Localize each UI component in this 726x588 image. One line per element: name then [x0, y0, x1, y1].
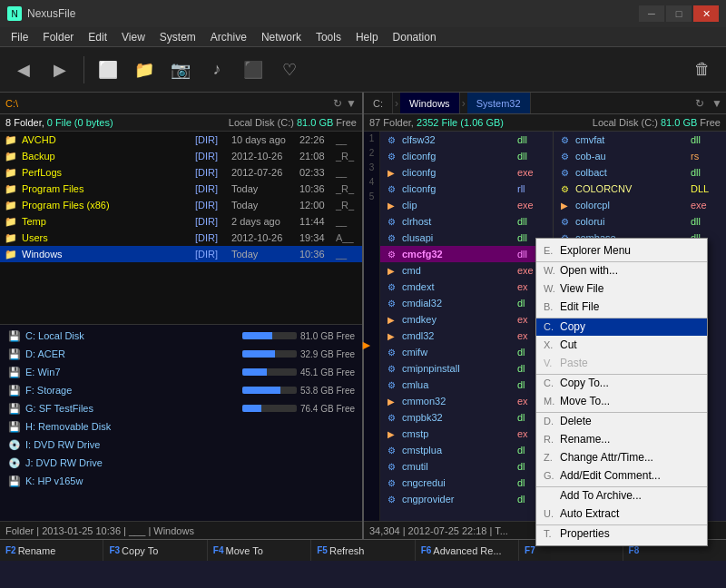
ctx-rename[interactable]: R. Rename... — [536, 430, 707, 448]
breadcrumb-system32[interactable]: System32 — [467, 93, 531, 113]
file-cmcfg32[interactable]: ⚙ cmcfg32 dll — [380, 246, 553, 262]
file-cmvfat[interactable]: ⚙ cmvfat dll — [554, 132, 726, 148]
left-addr-bar[interactable]: C:\ ↻ ▼ — [0, 93, 362, 114]
file-cmdext[interactable]: ⚙ cmdext ex — [380, 279, 553, 295]
ctx-paste[interactable]: V. Paste — [536, 354, 707, 372]
music-button[interactable]: ♪ — [201, 54, 233, 86]
menu-system[interactable]: System — [152, 29, 203, 45]
file-row-programfiles86[interactable]: 📁 Program Files (x86) [DIR] Today 12:00 … — [0, 197, 362, 213]
file-row-perflogs[interactable]: 📁 PerfLogs [DIR] 2012-07-26 02:33 __ — [0, 164, 362, 181]
dropdown-icon[interactable]: ▼ — [346, 97, 357, 110]
file-colorcpl[interactable]: ▶ colorcpl exe — [554, 197, 726, 213]
file-cmdkey[interactable]: ▶ cmdkey ex — [380, 311, 553, 328]
refresh-icon[interactable]: ↻ — [333, 97, 342, 110]
minimize-button[interactable]: ─ — [639, 5, 664, 22]
f2-rename[interactable]: F2 Rename — [0, 540, 103, 561]
drive-h[interactable]: 💾 H: Removable Disk — [0, 417, 362, 436]
forward-button[interactable]: ▶ — [44, 54, 76, 86]
close-button[interactable]: ✕ — [693, 5, 719, 22]
file-row-backup[interactable]: 📁 Backup [DIR] 2012-10-26 21:08 _R_ — [0, 148, 362, 164]
menu-file[interactable]: File — [4, 29, 35, 45]
file-cliconfg-exe[interactable]: ▶ cliconfg exe — [380, 164, 553, 181]
ctx-add-archive[interactable]: Add To Archive... — [536, 486, 707, 505]
file-cmstp[interactable]: ▶ cmstp ex — [380, 426, 553, 442]
f4-move-to[interactable]: F4 Move To — [208, 540, 311, 561]
ctx-properties[interactable]: T. Properties — [536, 524, 707, 543]
file-cmdial32[interactable]: ⚙ cmdial32 dl — [380, 295, 553, 311]
trash-button[interactable]: 🗑 — [686, 54, 719, 86]
breadcrumb-windows[interactable]: Windows — [400, 93, 460, 113]
view-button[interactable]: ⬜ — [92, 54, 124, 86]
back-button[interactable]: ◀ — [7, 54, 40, 86]
file-clrhost[interactable]: ⚙ clrhost dll — [380, 213, 553, 230]
drive-e[interactable]: 💾 E: Win7 45.1 GB Free — [0, 363, 362, 381]
right-refresh-icon[interactable]: ↻ — [692, 97, 708, 110]
file-cliconfg-rll[interactable]: ⚙ cliconfg rll — [380, 181, 553, 197]
ctx-cut[interactable]: X. Cut — [536, 336, 707, 354]
ctx-view-file[interactable]: W. View File — [536, 279, 707, 298]
menu-view[interactable]: View — [114, 29, 152, 45]
file-clfsw32[interactable]: ⚙ clfsw32 dll — [380, 132, 553, 148]
file-cmdl32[interactable]: ▶ cmdl32 ex — [380, 328, 553, 344]
breadcrumb-c[interactable]: C: — [364, 93, 393, 113]
file-icon: ⚙ — [557, 181, 572, 196]
menu-donation[interactable]: Donation — [386, 29, 444, 45]
file-cngcredui[interactable]: ⚙ cngcredui dl — [380, 475, 553, 491]
file-row-users[interactable]: 📁 Users [DIR] 2012-10-26 19:34 A__ — [0, 230, 362, 246]
file-row-programfiles[interactable]: 📁 Program Files [DIR] Today 10:36 _R_ — [0, 181, 362, 197]
file-cmmon32[interactable]: ▶ cmmon32 ex — [380, 393, 553, 409]
menu-folder[interactable]: Folder — [35, 29, 81, 45]
file-cmutil[interactable]: ⚙ cmutil dl — [380, 458, 553, 475]
file-cob-au[interactable]: ⚙ cob-au rs — [554, 148, 726, 164]
menu-edit[interactable]: Edit — [81, 29, 114, 45]
drive-d[interactable]: 💾 D: ACER 32.9 GB Free — [0, 345, 362, 363]
file-colorui[interactable]: ⚙ colorui dll — [554, 213, 726, 230]
f6-advanced[interactable]: F6 Advanced Re... — [416, 540, 519, 561]
right-folder-count: 87 Folder, 2352 File (1.06 GB) — [369, 117, 504, 128]
menu-archive[interactable]: Archive — [203, 29, 254, 45]
file-cmifw[interactable]: ⚙ cmifw dl — [380, 344, 553, 360]
file-colorcnv[interactable]: ⚙ COLORCNV DLL — [554, 181, 726, 197]
f5-refresh[interactable]: F5 Refresh — [311, 540, 415, 561]
f3-copy-to[interactable]: F3 Copy To — [103, 540, 207, 561]
file-cmipnpinstall[interactable]: ⚙ cmipnpinstall dl — [380, 360, 553, 377]
camera-button[interactable]: 📷 — [164, 54, 197, 86]
ctx-move-to[interactable]: M. Move To... — [536, 392, 707, 410]
file-row-windows[interactable]: 📁 Windows [DIR] Today 10:36 __ — [0, 246, 362, 262]
file-colbact[interactable]: ⚙ colbact dll — [554, 164, 726, 181]
file-clip[interactable]: ▶ clip exe — [380, 197, 553, 213]
ctx-add-comment[interactable]: G. Add/Edit Comment... — [536, 466, 707, 485]
stop-button[interactable]: ⬛ — [237, 54, 270, 86]
file-cmstplua[interactable]: ⚙ cmstplua dl — [380, 442, 553, 458]
file-cmpbk32[interactable]: ⚙ cmpbk32 dl — [380, 409, 553, 426]
ctx-delete[interactable]: D. Delete — [536, 412, 707, 430]
ctx-copy-to[interactable]: C. Copy To... — [536, 374, 707, 392]
ctx-copy[interactable]: C. Copy — [536, 318, 707, 336]
drive-f[interactable]: 💾 F: Storage 53.8 GB Free — [0, 381, 362, 399]
menu-network[interactable]: Network — [254, 29, 309, 45]
file-row-avchd[interactable]: 📁 AVCHD [DIR] 10 days ago 22:26 __ — [0, 132, 362, 148]
ctx-change-attr[interactable]: Z. Change Attr/Time... — [536, 448, 707, 466]
maximize-button[interactable]: □ — [666, 5, 692, 22]
left-file-list[interactable]: 📁 AVCHD [DIR] 10 days ago 22:26 __ 📁 Bac… — [0, 132, 362, 324]
drive-j[interactable]: 💿 J: DVD RW Drive — [0, 454, 362, 472]
right-dropdown-icon[interactable]: ▼ — [708, 97, 726, 110]
drive-i[interactable]: 💿 I: DVD RW Drive — [0, 436, 362, 454]
ctx-explorer-menu[interactable]: E. Explorer Menu — [536, 241, 707, 260]
file-cngprovider[interactable]: ⚙ cngprovider dl — [380, 491, 553, 507]
file-clusapi[interactable]: ⚙ clusapi dll — [380, 230, 553, 246]
ctx-auto-extract[interactable]: U. Auto Extract — [536, 505, 707, 523]
drive-g[interactable]: 💾 G: SF TestFiles 76.4 GB Free — [0, 399, 362, 417]
file-row-temp[interactable]: 📁 Temp [DIR] 2 days ago 11:44 __ — [0, 213, 362, 230]
drive-c[interactable]: 💾 C: Local Disk 81.0 GB Free — [0, 327, 362, 345]
menu-help[interactable]: Help — [348, 29, 386, 45]
file-cmd[interactable]: ▶ cmd exe — [380, 262, 553, 279]
file-cmlua[interactable]: ⚙ cmlua dl — [380, 377, 553, 393]
file-cliconfg-dll[interactable]: ⚙ cliconfg dll — [380, 148, 553, 164]
drive-k[interactable]: 💾 K: HP v165w — [0, 472, 362, 490]
ctx-edit-file[interactable]: B. Edit File — [536, 298, 707, 316]
fav-button[interactable]: ♡ — [273, 54, 306, 86]
ctx-open-with[interactable]: W. Open with... — [536, 261, 707, 279]
folder-button[interactable]: 📁 — [128, 54, 161, 86]
menu-tools[interactable]: Tools — [309, 29, 348, 45]
